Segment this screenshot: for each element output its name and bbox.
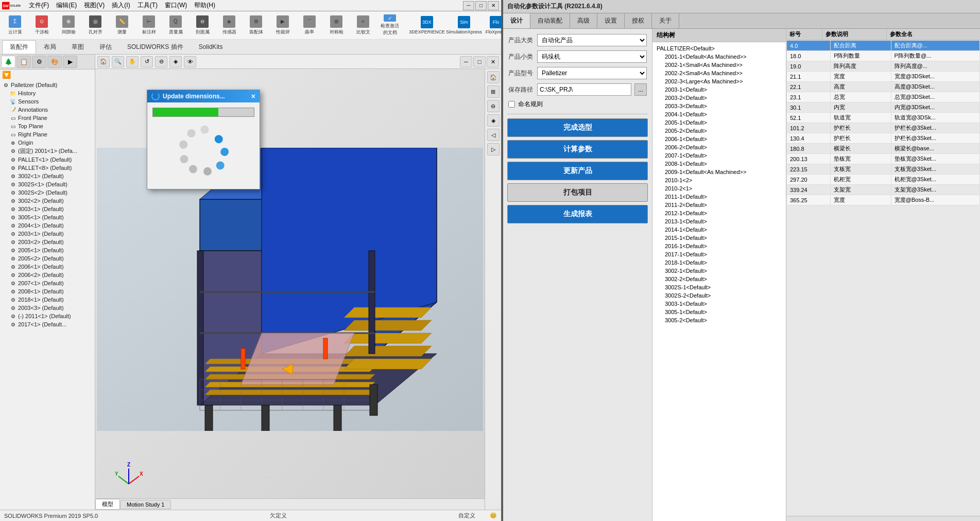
struct-item[interactable]: 2003-2<Default> <box>655 94 784 102</box>
table-row[interactable]: 22.1高度高度@3DSket... <box>787 82 980 92</box>
simulation-btn[interactable]: Sim SimulationXpress <box>446 13 482 38</box>
tree-item[interactable]: ▭Right Plane <box>1 130 94 138</box>
tab-sketch[interactable]: 草图 <box>64 40 92 54</box>
struct-item[interactable]: 2002-3<Large<As Machined>> <box>655 77 784 85</box>
nav-advanced[interactable]: 高级 <box>570 13 597 28</box>
viewport-zoom-btn[interactable]: 🔍 <box>112 56 124 67</box>
product-subtype-select[interactable]: 码垛机 <box>537 50 647 63</box>
table-row[interactable]: 365.25宽度宽度@Boss-B... <box>787 195 980 205</box>
product-model-select[interactable]: Palletizer <box>537 67 647 79</box>
tree-item[interactable]: ⚙2017<1> (Default... <box>1 320 94 328</box>
tree-item[interactable]: ⚙2005<1> (Default) <box>1 246 94 254</box>
menu-tools[interactable]: 工具(T) <box>134 0 161 11</box>
perf-btn[interactable]: ▶ 性能评 <box>270 13 296 38</box>
custom-tab[interactable]: ▶ <box>63 56 77 68</box>
save-path-input[interactable] <box>537 83 631 96</box>
viewport-section-btn[interactable]: ⊖ <box>155 56 167 67</box>
struct-item[interactable]: 2015-1<Default> <box>655 234 784 242</box>
table-row[interactable]: 19.0阵列高度阵列高度@... <box>787 61 980 72</box>
struct-item[interactable]: 2001-1<Default<As Machined>> <box>655 53 784 61</box>
menu-view[interactable]: 视图(V) <box>81 0 108 11</box>
product-type-select[interactable]: 自动化产品 <box>537 34 647 46</box>
table-row[interactable]: 223.15支板宽支板宽@3Sket... <box>787 164 980 175</box>
params-table-scroll[interactable]: 4.0配合距离配合距离@...18.0P阵列数量P阵列数量@...19.0阵列高… <box>786 40 980 516</box>
struct-item[interactable]: 2010-2<1> <box>655 184 784 193</box>
struct-item[interactable]: 3002-2<Default> <box>655 275 784 283</box>
struct-item[interactable]: 2002-2<Small<As Machined>> <box>655 69 784 77</box>
package-project-btn[interactable]: 打包项目 <box>507 183 648 202</box>
tab-layout[interactable]: 布局 <box>36 40 64 54</box>
tree-item[interactable]: ⊕Origin <box>1 138 94 147</box>
generate-report-btn[interactable]: 生成报表 <box>507 205 648 223</box>
tree-item[interactable]: 📡Sensors <box>1 97 94 106</box>
tree-item[interactable]: ⚙(固定) 2001<1> (Defa... <box>1 147 94 155</box>
tree-item[interactable]: ⚙3002<1> (Default) <box>1 172 94 180</box>
tree-item[interactable]: ⚙2006<2> (Default) <box>1 271 94 279</box>
tree-item[interactable]: ⚙2006<1> (Default) <box>1 263 94 271</box>
dimensions-btn[interactable]: ⊢ 标注样 <box>136 13 162 38</box>
struct-item[interactable]: 2003-1<Default> <box>655 85 784 94</box>
update-dimensions-dialog[interactable]: Update dimensions... × <box>147 90 260 189</box>
tab-sw-plugins[interactable]: SOLIDWORKS 插件 <box>119 40 191 54</box>
nav-about[interactable]: 关于 <box>652 13 679 28</box>
filter-icon[interactable]: 🔽 <box>2 71 11 79</box>
table-row[interactable]: 200.13垫板宽垫板宽@3Sket... <box>787 154 980 164</box>
struct-item[interactable]: PALLETIZER<Default> <box>655 44 784 53</box>
tree-item[interactable]: ⚙3003<1> (Default) <box>1 205 94 213</box>
table-row[interactable]: 180.8横梁长横梁长@base... <box>787 144 980 154</box>
table-row[interactable]: 21.1宽度宽度@3DSket... <box>787 72 980 82</box>
struct-item[interactable]: 2007-1<Default> <box>655 151 784 160</box>
curve-btn[interactable]: ⌒ 曲率 <box>297 13 322 38</box>
compare-btn[interactable]: ≈ 比较文 <box>350 13 376 38</box>
tree-item[interactable]: ▭Top Plane <box>1 122 94 130</box>
hole-btn[interactable]: ◎ 孔对齐 <box>82 13 108 38</box>
tree-item[interactable]: ▭Front Plane <box>1 114 94 122</box>
tree-item[interactable]: ⚙(-) 2011<1> (Default) <box>1 312 94 320</box>
struct-item[interactable]: 2011-2<Default> <box>655 201 784 209</box>
maximize-button[interactable]: □ <box>475 1 487 10</box>
dialog-close-button[interactable]: × <box>251 92 255 100</box>
struct-item[interactable]: 2006-1<Default> <box>655 135 784 143</box>
tree-item[interactable]: ⚙3002<2> (Default) <box>1 197 94 205</box>
struct-item[interactable]: 2017-1<Default> <box>655 250 784 258</box>
check-btn[interactable]: ✓ 检查激活的文档 <box>377 13 403 38</box>
viewport-minimize-btn[interactable]: ─ <box>460 56 472 67</box>
viewport-pan-btn[interactable]: ✋ <box>126 56 139 67</box>
nav-auto-assembly[interactable]: 自动装配 <box>530 13 570 28</box>
viewport-display-btn[interactable]: 👁 <box>184 56 196 67</box>
struct-item[interactable]: 2016-1<Default> <box>655 242 784 250</box>
3dexperience-btn[interactable]: 3DX 3DEXPERIENCE <box>409 13 445 38</box>
view-orient-btn[interactable]: ⊞ <box>487 85 500 98</box>
tree-item[interactable]: ⚙2003<1> (Default) <box>1 230 94 238</box>
struct-item[interactable]: 2013-1<Default> <box>655 217 784 225</box>
menu-help[interactable]: 帮助(H) <box>191 0 218 11</box>
viewport[interactable]: 🏠 🔍 ✋ ↺ ⊖ ◈ 👁 ─ □ ✕ <box>95 55 501 510</box>
interference-btn[interactable]: ⊙ 干涉检 <box>29 13 55 38</box>
struct-item[interactable]: 2009-1<Default<As Machined>> <box>655 168 784 176</box>
measure-btn[interactable]: 📏 测量 <box>109 13 135 38</box>
tab-solidkits[interactable]: SolidKits <box>191 41 231 53</box>
struct-item[interactable]: 2003-3<Default> <box>655 102 784 110</box>
update-product-btn[interactable]: 更新产品 <box>507 162 648 180</box>
minimize-button[interactable]: ─ <box>463 1 474 10</box>
table-row[interactable]: 18.0P阵列数量P阵列数量@... <box>787 51 980 61</box>
motion-study-tab[interactable]: Motion Study 1 <box>120 500 171 509</box>
view-next-btn[interactable]: ▷ <box>487 143 500 155</box>
menu-edit[interactable]: 编辑(E) <box>53 0 80 11</box>
tree-item[interactable]: ⚙3002S<2> (Default) <box>1 188 94 197</box>
struct-item[interactable]: 2002-1<Small<As Machined>> <box>655 61 784 69</box>
struct-item[interactable]: 3002S-1<Default> <box>655 283 784 291</box>
feature-tree-tab[interactable]: 🌲 <box>1 56 15 68</box>
tree-item[interactable]: 📁History <box>1 89 94 97</box>
browse-btn[interactable]: ... <box>634 83 647 96</box>
table-row[interactable]: 52.1轨道宽轨道宽@3DSk... <box>787 113 980 123</box>
nav-settings[interactable]: 设置 <box>597 13 625 28</box>
table-row[interactable]: 30.1内宽内宽@3DSket... <box>787 102 980 113</box>
tree-item[interactable]: ⚙2007<1> (Default) <box>1 279 94 287</box>
tree-item[interactable]: ⚙2003<3> (Default) <box>1 304 94 312</box>
table-row[interactable]: 297.20机柜宽机柜宽@3Sket... <box>787 175 980 185</box>
table-row[interactable]: 339.24支架宽支架宽@3Sket... <box>787 185 980 195</box>
view-home-btn[interactable]: 🏠 <box>487 71 500 83</box>
struct-item[interactable]: 2004-1<Default> <box>655 110 784 118</box>
collision-btn[interactable]: ⊗ 间隙验 <box>56 13 81 38</box>
